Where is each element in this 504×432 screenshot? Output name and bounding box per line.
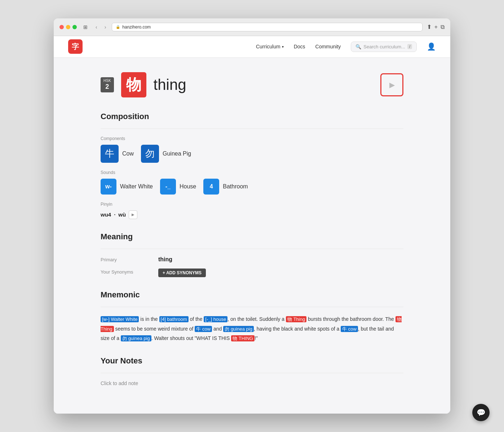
- nav-curriculum[interactable]: Curriculum ▾: [256, 44, 284, 49]
- mnemonic-walter-white: [w-] Walter White: [101, 316, 139, 322]
- character-char: 物: [126, 75, 141, 95]
- sounds-label: Sounds: [101, 170, 403, 175]
- bathroom-label: Bathroom: [223, 183, 248, 190]
- composition-section: Composition Components 牛 Cow 勿 Guine: [101, 112, 403, 219]
- app: 字 Curriculum ▾ Docs Community 🔍 Search c…: [54, 36, 450, 414]
- divider: [101, 128, 403, 129]
- main-content: HSK 2 物 thing ▶ Composition Components: [72, 58, 432, 414]
- browser-actions: ⬆ + ⧉: [427, 23, 445, 30]
- character-meaning: thing: [154, 76, 186, 93]
- maximize-button[interactable]: [72, 25, 77, 29]
- pinyin-play-icon: ▶: [132, 213, 134, 217]
- chat-icon: 💬: [477, 408, 486, 417]
- pinyin-roman: wu4: [101, 211, 111, 218]
- url-bar[interactable]: 🔒 hanzihero.com: [112, 23, 422, 31]
- pinyin-char: wù: [118, 211, 126, 218]
- walter-white-label: Walter White: [120, 183, 153, 190]
- component-cow[interactable]: 牛 Cow: [101, 145, 134, 163]
- chevron-down-icon: ▾: [282, 45, 284, 49]
- char-header: HSK 2 物 thing ▶: [101, 72, 403, 97]
- primary-value: thing: [158, 256, 403, 263]
- house-label: House: [180, 183, 196, 190]
- logo[interactable]: 字: [68, 39, 83, 54]
- mnemonic-bathroom: [4] bathroom: [159, 316, 189, 322]
- mnemonic-cow1: 牛 cow: [195, 326, 212, 332]
- nav-docs[interactable]: Docs: [294, 44, 305, 49]
- lock-icon: 🔒: [116, 25, 120, 29]
- components-label: Components: [101, 136, 403, 141]
- cow-label: Cow: [122, 150, 134, 157]
- synonyms-label: Your Synonyms: [101, 269, 158, 277]
- tabs-button[interactable]: ⧉: [441, 23, 445, 30]
- nav-community[interactable]: Community: [315, 44, 341, 49]
- search-icon: 🔍: [355, 44, 361, 49]
- divider2: [101, 249, 403, 249]
- walter-white-badge: w-: [101, 179, 116, 195]
- sound-house[interactable]: -_ House: [160, 179, 196, 195]
- meaning-title: Meaning: [101, 232, 403, 241]
- mnemonic-house: [-_] house: [204, 316, 227, 322]
- hsk-badge: HSK 2: [101, 77, 114, 92]
- close-button[interactable]: [59, 25, 64, 29]
- notes-section: Your Notes Click to add note: [101, 356, 403, 386]
- sound-walter-white[interactable]: w- Walter White: [101, 179, 153, 195]
- pinyin-play-button[interactable]: ▶: [129, 210, 137, 219]
- nav-links: Curriculum ▾ Docs Community 🔍 Search cur…: [256, 42, 436, 52]
- share-button[interactable]: ⬆: [427, 23, 432, 30]
- synonyms-value: + ADD SYNONYMS: [158, 269, 403, 277]
- audio-button[interactable]: ▶: [380, 73, 403, 96]
- component-guinea-pig[interactable]: 勿 Guinea Pig: [141, 145, 191, 163]
- meaning-grid: Primary thing Your Synonyms + ADD SYNONY…: [101, 256, 403, 277]
- sounds-row: w- Walter White -_ House 4 Bathroom: [101, 179, 403, 195]
- title-bar: ⊞ ‹ › 🔒 hanzihero.com ⬆ + ⧉: [54, 18, 450, 36]
- guinea-pig-label: Guinea Pig: [163, 150, 191, 157]
- pinyin-row: wu4 · wù ▶: [101, 210, 403, 219]
- minimize-button[interactable]: [66, 25, 70, 29]
- divider4: [101, 373, 403, 373]
- mnemonic-title: Mnemonic: [101, 290, 403, 300]
- forward-button[interactable]: ›: [103, 23, 108, 31]
- mnemonic-guinea-pig2: 勿 guinea pig: [121, 335, 151, 341]
- mnemonic-thing1: 物 Thing: [286, 316, 306, 322]
- play-icon: ▶: [389, 80, 395, 89]
- cow-char-box: 牛: [101, 145, 119, 163]
- header: 字 Curriculum ▾ Docs Community 🔍 Search c…: [54, 36, 450, 58]
- user-icon: 👤: [427, 43, 436, 51]
- divider3: [101, 307, 403, 307]
- pinyin-label: Pinyin: [101, 202, 403, 207]
- back-button[interactable]: ‹: [94, 23, 99, 31]
- pinyin-dot: ·: [114, 211, 115, 218]
- mnemonic-guinea-pig1: 勿 guinea pig: [223, 326, 254, 332]
- house-badge: -_: [160, 179, 176, 195]
- hsk-level: 2: [105, 83, 109, 91]
- add-synonyms-button[interactable]: + ADD SYNONYMS: [158, 269, 206, 277]
- sound-bathroom[interactable]: 4 Bathroom: [203, 179, 248, 195]
- chat-fab-button[interactable]: 💬: [472, 404, 490, 421]
- search-placeholder: Search curriculum...: [363, 44, 405, 49]
- mnemonic-thing3: 物 THING: [231, 335, 255, 341]
- mnemonic-text: [w-] Walter White is in the [4] bathroom…: [101, 314, 403, 343]
- user-icon-button[interactable]: 👤: [427, 42, 436, 51]
- guinea-pig-char-box: 勿: [141, 145, 159, 163]
- notes-click-area[interactable]: Click to add note: [101, 380, 403, 386]
- search-shortcut: /: [407, 44, 412, 49]
- url-text: hanzihero.com: [122, 25, 151, 30]
- new-tab-button[interactable]: +: [434, 23, 438, 30]
- notes-title: Your Notes: [101, 356, 403, 366]
- composition-title: Composition: [101, 112, 403, 121]
- bathroom-badge: 4: [203, 179, 219, 195]
- logo-char: 字: [72, 42, 79, 52]
- primary-label: Primary: [101, 256, 158, 263]
- sidebar-toggle-button[interactable]: ⊞: [81, 23, 90, 31]
- search-bar[interactable]: 🔍 Search curriculum... /: [351, 42, 417, 52]
- traffic-lights: [59, 25, 77, 29]
- mnemonic-cow2: 牛 cow: [341, 326, 358, 332]
- components-row: 牛 Cow 勿 Guinea Pig: [101, 145, 403, 163]
- hsk-label: HSK: [103, 79, 111, 83]
- meaning-section: Meaning Primary thing Your Synonyms + AD…: [101, 232, 403, 277]
- mnemonic-section: Mnemonic [w-] Walter White is in the [4]…: [101, 290, 403, 343]
- character-box: 物: [121, 72, 146, 97]
